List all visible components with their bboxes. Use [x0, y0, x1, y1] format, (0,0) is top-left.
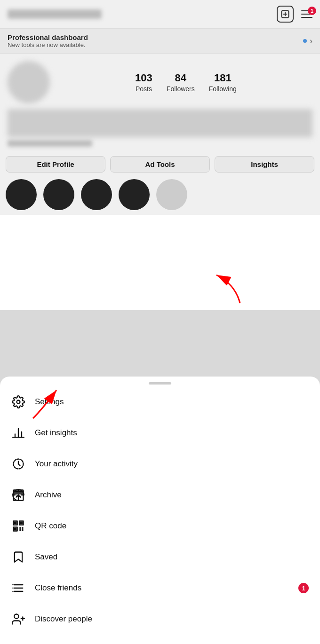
get-insights-label: Get insights — [35, 428, 77, 438]
svg-rect-20 — [14, 528, 17, 531]
sheet-handle — [149, 382, 171, 385]
hamburger-menu-button[interactable]: 1 — [301, 10, 312, 18]
svg-point-5 — [17, 401, 20, 404]
edit-profile-button[interactable]: Edit Profile — [6, 156, 105, 173]
following-label: Following — [209, 85, 237, 93]
menu-item-saved[interactable]: Saved — [0, 542, 320, 573]
posts-stat[interactable]: 103 Posts — [135, 72, 152, 93]
bottom-sheet: Settings Get insights Your activity — [0, 377, 320, 644]
story-item[interactable] — [119, 179, 150, 210]
discover-people-label: Discover people — [35, 614, 92, 624]
stories-row — [0, 179, 320, 215]
stats-row: 103 Posts 84 Followers 181 Following — [59, 72, 312, 93]
close-friends-right: 1 — [298, 583, 309, 593]
pro-dashboard-title: Professional dashboard — [8, 33, 88, 41]
followers-stat[interactable]: 84 Followers — [167, 72, 195, 93]
ad-tools-button[interactable]: Ad Tools — [110, 156, 210, 173]
insights-button[interactable]: Insights — [215, 156, 314, 173]
story-item[interactable] — [43, 179, 74, 210]
profile-info-row: 103 Posts 84 Followers 181 Following — [0, 54, 320, 107]
bio-link-blur — [8, 140, 92, 147]
bar-chart-icon — [11, 426, 25, 440]
svg-rect-21 — [19, 527, 21, 529]
pro-dashboard-text: Professional dashboard New tools are now… — [8, 33, 88, 48]
header-bar: 1 — [0, 0, 320, 28]
svg-point-28 — [12, 584, 13, 585]
menu-badge: 1 — [308, 7, 316, 15]
close-friends-icon — [11, 581, 25, 595]
your-activity-label: Your activity — [35, 459, 78, 469]
username-blur — [8, 9, 102, 19]
following-stat[interactable]: 181 Following — [209, 72, 237, 93]
settings-label: Settings — [35, 397, 64, 407]
menu-item-archive[interactable]: Archive — [0, 479, 320, 510]
close-friends-badge: 1 — [298, 583, 309, 593]
svg-point-29 — [12, 588, 13, 589]
arrow-annotation-insights — [202, 270, 249, 310]
new-post-button[interactable] — [277, 6, 294, 23]
menu-item-settings[interactable]: Settings — [0, 386, 320, 417]
svg-rect-18 — [20, 522, 23, 525]
menu-item-get-insights[interactable]: Get insights — [0, 417, 320, 448]
menu-item-discover-people[interactable]: Discover people — [0, 604, 320, 635]
pro-dashboard-subtitle: New tools are now available. — [8, 41, 88, 48]
dot-indicator — [303, 39, 307, 43]
menu-item-your-activity[interactable]: Your activity — [0, 448, 320, 479]
activity-icon — [11, 457, 25, 471]
story-item[interactable] — [81, 179, 112, 210]
qr-code-label: QR code — [35, 521, 66, 531]
sheet-handle-area — [0, 377, 320, 386]
header-icons: 1 — [277, 6, 312, 23]
svg-rect-23 — [19, 529, 21, 531]
saved-label: Saved — [35, 552, 57, 562]
followers-label: Followers — [167, 85, 195, 93]
menu-item-close-friends[interactable]: Close friends 1 — [0, 573, 320, 604]
posts-label: Posts — [136, 85, 152, 93]
svg-rect-22 — [22, 527, 24, 529]
bookmark-icon — [11, 550, 25, 564]
action-buttons: Edit Profile Ad Tools Insights — [0, 152, 320, 179]
person-add-icon — [11, 612, 25, 626]
svg-point-30 — [12, 591, 13, 592]
svg-point-31 — [14, 614, 18, 619]
bio-text-blur — [8, 109, 312, 137]
following-count: 181 — [214, 72, 232, 84]
chevron-right-icon: › — [310, 36, 312, 46]
bio-area — [0, 107, 320, 152]
pro-dashboard-nav: › — [303, 36, 312, 46]
posts-count: 103 — [135, 72, 152, 84]
qr-code-icon — [11, 519, 25, 533]
settings-icon — [11, 395, 25, 409]
svg-rect-24 — [22, 529, 24, 531]
pro-dashboard-banner[interactable]: Professional dashboard New tools are now… — [0, 28, 320, 54]
profile-section: 1 Professional dashboard New tools are n… — [0, 0, 320, 215]
archive-label: Archive — [35, 490, 62, 500]
svg-rect-16 — [14, 522, 17, 525]
archive-icon — [11, 488, 25, 502]
avatar[interactable] — [8, 61, 50, 103]
menu-item-qr-code[interactable]: QR code — [0, 510, 320, 542]
story-item[interactable] — [156, 179, 187, 210]
close-friends-label: Close friends — [35, 583, 81, 593]
followers-count: 84 — [175, 72, 186, 84]
story-item[interactable] — [6, 179, 37, 210]
